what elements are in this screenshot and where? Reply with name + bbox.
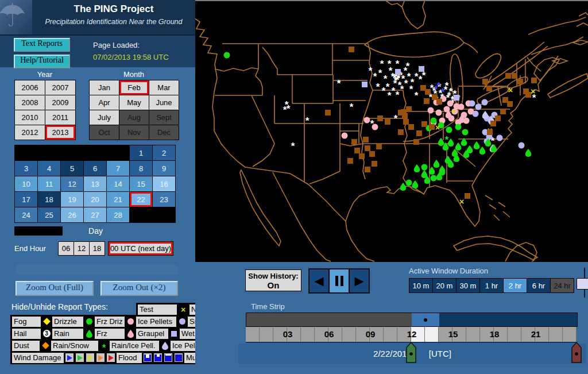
year-2010[interactable]: 2010 (15, 110, 45, 125)
snow-report-marker[interactable]: * (409, 82, 413, 92)
none-report-marker[interactable] (376, 144, 382, 149)
snow-report-marker[interactable]: * (388, 88, 392, 99)
snow-report-marker[interactable]: * (291, 139, 295, 149)
duration-2hr[interactable]: 2 hr (504, 279, 527, 292)
none-report-marker[interactable] (465, 193, 470, 199)
legend-test-button[interactable]: Test (137, 304, 177, 315)
test-report-marker[interactable]: × (531, 86, 535, 97)
legend-rain-button[interactable]: Rain (52, 328, 84, 340)
rain-report-marker[interactable] (448, 160, 454, 168)
snow-report-marker[interactable]: * (394, 111, 398, 122)
month-june[interactable]: June (149, 95, 179, 110)
day-15[interactable]: 15 (130, 176, 152, 191)
none-report-marker[interactable] (486, 86, 492, 91)
hour-cell-12[interactable]: 12 (411, 327, 425, 342)
hour-cell-23[interactable] (563, 327, 577, 342)
none-report-marker[interactable] (436, 99, 442, 105)
legend-frz-rain-button[interactable]: Frz Rain (94, 328, 125, 340)
day-28[interactable]: 28 (107, 207, 129, 222)
none-report-marker[interactable] (369, 151, 375, 157)
none-report-marker[interactable] (325, 110, 331, 115)
none-report-marker[interactable] (517, 79, 523, 84)
strip-segment-active-window[interactable] (412, 313, 439, 326)
frz-driz-report-marker[interactable] (364, 117, 370, 124)
legend-dust-button[interactable]: Dust (11, 340, 40, 352)
snow-report-marker[interactable]: * (388, 57, 392, 67)
none-report-marker[interactable] (429, 124, 435, 130)
rain-report-marker[interactable] (461, 138, 467, 146)
none-report-marker[interactable] (482, 79, 488, 84)
day-7[interactable]: 7 (107, 161, 129, 176)
month-nov[interactable]: Nov (119, 125, 149, 140)
hour-cell-16[interactable] (466, 327, 480, 342)
hour-cell-9[interactable]: 09 (370, 327, 384, 342)
end-marker-handle[interactable] (571, 342, 582, 363)
ice-pellets-report-marker[interactable] (473, 111, 479, 117)
wind-damage-triangle-icon[interactable] (75, 353, 84, 363)
hour-cell-19[interactable] (508, 327, 521, 342)
year-2008[interactable]: 2008 (15, 95, 45, 110)
day-10[interactable]: 10 (15, 176, 37, 191)
flood-icon[interactable] (143, 353, 152, 363)
month-may[interactable]: May (119, 95, 149, 110)
legend-ice-pellets-button[interactable]: Ice Pellets (136, 316, 177, 327)
rain-report-marker[interactable] (439, 165, 446, 173)
day-22[interactable]: 22 (130, 192, 152, 207)
day-3[interactable]: 3 (15, 161, 37, 176)
graupel-report-marker[interactable] (395, 69, 401, 75)
day-23[interactable]: 23 (153, 192, 175, 207)
snow-report-marker[interactable]: * (394, 74, 398, 84)
none-report-marker[interactable] (487, 129, 493, 135)
rain-report-marker[interactable] (479, 146, 486, 155)
legend-flood-button[interactable]: Flood (116, 352, 142, 364)
drizzle-report-marker[interactable] (446, 127, 452, 133)
snow-report-marker[interactable]: * (396, 57, 400, 67)
none-report-marker[interactable] (424, 98, 430, 104)
hour-cell-4[interactable] (301, 327, 315, 342)
pause-button[interactable] (329, 269, 349, 293)
day-25[interactable]: 25 (38, 207, 60, 222)
year-2006[interactable]: 2006 (15, 80, 45, 95)
wind-damage-triangle-icon[interactable] (106, 353, 115, 363)
rain-report-marker[interactable] (429, 167, 435, 175)
strip-segment-future[interactable] (439, 313, 577, 326)
day-8[interactable]: 8 (130, 161, 152, 176)
rain-report-marker[interactable] (436, 172, 443, 180)
day-24[interactable]: 24 (15, 207, 37, 222)
day-19[interactable]: 19 (61, 192, 83, 207)
time-strip-overview-bar[interactable] (246, 313, 578, 327)
day-11[interactable]: 11 (38, 176, 60, 191)
zoom-out-full-button[interactable]: Zoom Out (Full) (16, 281, 94, 296)
hour-cell-3[interactable]: 03 (287, 327, 301, 342)
rain-report-marker[interactable] (424, 176, 431, 184)
frz-driz-report-marker[interactable] (436, 110, 442, 116)
hour-cell-15[interactable]: 15 (452, 327, 466, 342)
none-report-marker[interactable] (403, 119, 409, 125)
end-hour-00utc-button[interactable]: 00 UTC (next day) (108, 241, 173, 256)
snow-report-marker[interactable]: * (406, 59, 410, 70)
month-mar[interactable]: Mar (149, 80, 179, 95)
snow-report-marker[interactable]: * (287, 102, 291, 112)
none-report-marker[interactable] (354, 148, 360, 153)
snow-report-marker[interactable]: * (382, 84, 386, 94)
wind-damage-triangle-icon[interactable] (65, 353, 74, 363)
none-report-marker[interactable] (372, 161, 377, 167)
none-report-marker[interactable] (425, 89, 431, 95)
graupel-report-marker[interactable] (419, 66, 424, 72)
rain-report-marker[interactable] (525, 149, 532, 157)
none-report-marker[interactable] (398, 129, 404, 135)
test-report-marker[interactable]: × (508, 85, 513, 95)
wet-snow-report-marker[interactable]: * (437, 79, 441, 89)
rain-report-marker[interactable] (438, 138, 444, 146)
end-hour-18[interactable]: 18 (90, 242, 105, 255)
ice-pellets-report-marker[interactable] (469, 101, 475, 107)
none-report-marker[interactable] (500, 109, 506, 114)
day-6[interactable]: 6 (84, 161, 106, 176)
duration-1hr[interactable]: 1 hr (480, 279, 503, 292)
hour-cell-21[interactable]: 21 (535, 327, 549, 342)
none-report-marker[interactable] (402, 113, 408, 119)
snow-report-marker[interactable]: * (369, 64, 373, 74)
none-report-marker[interactable] (351, 139, 357, 145)
none-report-marker[interactable] (413, 139, 419, 145)
snow-report-marker[interactable]: * (305, 114, 310, 124)
